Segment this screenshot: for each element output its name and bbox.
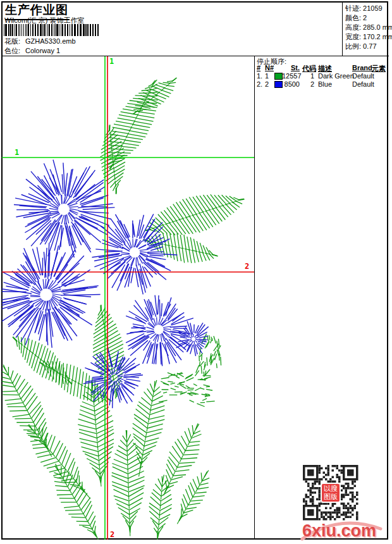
stat-line: 比例: 0.77 (345, 42, 392, 51)
stat-line: 高度: 285.0 mm (345, 23, 392, 32)
qr-code: 以搜图版 (303, 465, 358, 522)
embroidery-design-preview: 1122 (2, 56, 254, 540)
guide-label: 2 (110, 530, 114, 539)
thread-color-swatch (274, 73, 283, 80)
stats-divider (342, 3, 343, 56)
watermark-site: 6xiu.com (302, 521, 376, 541)
col-stitches: St. (290, 64, 300, 71)
cell-brand: Default (352, 72, 371, 80)
design-stats: 针迹: 21059颜色: 2高度: 285.0 mm宽度: 170.2 mm比例… (345, 4, 392, 51)
colorway-line: 色位: Colorway 1 (4, 46, 60, 56)
cell-code: 1 (300, 72, 314, 80)
stat-line: 颜色: 2 (345, 13, 392, 23)
cell-brand: Default (352, 80, 371, 88)
stat-line: 宽度: 170.2 mm (345, 32, 392, 42)
cell-desc: Blue (318, 80, 352, 88)
cell-n: 2 (265, 80, 274, 88)
col-hash: # (257, 64, 264, 71)
col-element: 元素 (372, 64, 388, 73)
pattern-file-label: 花版: (4, 37, 23, 46)
watermark: 6xiu.com (300, 519, 388, 543)
panel-divider (254, 56, 255, 540)
cell-idx: 2. (257, 80, 264, 88)
cell-st: 8500 (282, 80, 300, 88)
col-needle: N# (265, 64, 274, 71)
production-worksheet: 生产作业图 Wilcom(汇 京) 装饰工作室 花版: GZHA5330.emb… (0, 0, 392, 544)
cell-idx: 1. (257, 72, 264, 80)
stat-line: 针迹: 21059 (345, 4, 392, 13)
colorway-label: 色位: (4, 46, 23, 56)
guide-label: 1 (15, 148, 19, 157)
guide-label: 1 (109, 57, 114, 66)
col-brand: Brand (352, 64, 371, 71)
cell-st: 12557 (282, 72, 300, 80)
qr-seal-text: 以搜 (324, 485, 338, 492)
pattern-file-line: 花版: GZHA5330.emb (4, 37, 76, 46)
cell-desc: Dark Green (318, 72, 352, 80)
cell-n: 1 (265, 72, 274, 80)
thread-color-swatch (274, 81, 283, 88)
cell-code: 2 (300, 80, 314, 88)
qr-seal-text: 图版 (324, 493, 338, 500)
colorway-value: Colorway 1 (25, 47, 60, 54)
guide-label: 2 (245, 262, 249, 271)
pattern-file-value: GZHA5330.emb (25, 37, 75, 45)
barcode (4, 24, 100, 36)
